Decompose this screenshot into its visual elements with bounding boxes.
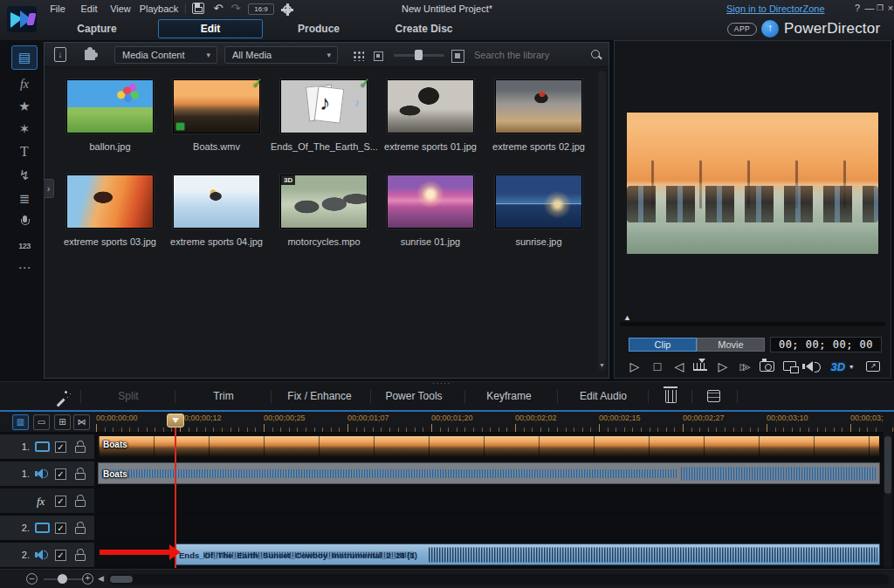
particle-room-icon[interactable]: ✶ (14, 119, 35, 140)
ruler-scale[interactable]: 00;00;00;00 00;00;00;12 00;00;00;25 00;0… (94, 412, 894, 433)
grid-view-icon[interactable] (348, 46, 368, 64)
track-enable-checkbox[interactable]: ✓ (55, 496, 66, 507)
thumbnail-size-slider[interactable] (394, 54, 444, 57)
timeline-horizontal-scrollbar[interactable] (108, 574, 889, 585)
audio-mixing-room-icon[interactable]: ≣ (14, 188, 35, 209)
media-room-icon[interactable]: ▤ (11, 45, 38, 70)
tab-movie-mode[interactable]: Movie (697, 338, 765, 352)
audio-track-1-lane[interactable]: Boats (96, 462, 882, 487)
thumbnail-sunrise-01[interactable] (387, 174, 474, 229)
menu-playback[interactable]: Playback (136, 0, 182, 17)
media-item[interactable]: sunrise 01.jpg (377, 174, 484, 247)
keyframe-button[interactable]: Keyframe (470, 382, 548, 411)
media-item[interactable]: extreme sports 04.jpg (163, 174, 270, 247)
thumbnail-sunrise[interactable] (495, 174, 582, 229)
scroll-left-icon[interactable]: ◀ (98, 574, 104, 583)
undo-icon[interactable]: ↶ (211, 3, 225, 15)
media-content-dropdown[interactable]: Media Content ▾ (114, 46, 217, 64)
stop-button[interactable]: □ (648, 357, 667, 376)
preview-popout-button[interactable]: ↗ (864, 357, 884, 376)
redo-icon[interactable]: ↷ (229, 3, 243, 15)
minimize-button[interactable]: — (864, 0, 875, 17)
signin-directorzone-link[interactable]: Sign in to DirectorZone (726, 0, 825, 17)
play-button[interactable]: ▷ (625, 357, 644, 376)
media-item[interactable]: extreme sports 03.jpg (57, 174, 163, 247)
fast-forward-button[interactable]: ▷▷ (733, 357, 753, 376)
scroll-down-icon[interactable]: ▼ (598, 360, 606, 371)
track-lock-icon[interactable] (75, 549, 86, 562)
all-media-dropdown[interactable]: All Media ▾ (224, 46, 338, 64)
playhead-handle[interactable] (167, 414, 184, 427)
menu-edit[interactable]: Edit (75, 0, 103, 17)
title-room-icon[interactable]: T (14, 141, 35, 162)
aspect-ratio-dropdown[interactable]: 16:9 (248, 3, 274, 15)
plugin-puzzle-icon[interactable] (81, 46, 100, 64)
preview-seek-bar[interactable] (620, 322, 885, 326)
timeline-vertical-scrollbar[interactable] (884, 414, 892, 568)
zoom-out-button[interactable]: – (26, 573, 38, 585)
track-lock-icon[interactable] (75, 495, 86, 508)
power-tools-button[interactable]: Power Tools (370, 382, 457, 411)
magic-wand-icon[interactable] (54, 390, 68, 404)
scrollbar-thumb[interactable] (884, 436, 891, 494)
snapshot-camera-icon[interactable] (758, 357, 777, 376)
media-item[interactable]: ♪ ♪ ✓ Ends_Of_The_Earth_S... (271, 79, 377, 152)
import-media-icon[interactable]: ↓ (52, 46, 71, 64)
zoom-in-button[interactable]: + (82, 573, 93, 585)
scrollbar-thumb[interactable] (110, 576, 133, 583)
track-lock-icon[interactable] (75, 441, 86, 454)
library-scrollbar[interactable]: ▼ (598, 71, 606, 371)
thumbnail-music-file[interactable]: ♪ ♪ ✓ (280, 79, 368, 133)
search-input[interactable] (474, 46, 605, 64)
trash-icon[interactable] (665, 390, 677, 403)
seek-marker-icon[interactable]: ▲ (623, 313, 631, 322)
zoom-slider-thumb[interactable] (58, 574, 67, 584)
menu-file[interactable]: File (44, 0, 72, 17)
track-enable-checkbox[interactable]: ✓ (55, 550, 66, 561)
track-lock-icon[interactable] (75, 522, 86, 535)
thumbnail-extreme-sports-04[interactable] (173, 174, 260, 229)
undock-window-icon[interactable] (781, 357, 800, 376)
track-enable-checkbox[interactable]: ✓ (55, 441, 66, 453)
storyboard-view-icon[interactable]: ▭ (33, 414, 50, 430)
transition-room-icon[interactable]: ↯ (14, 165, 35, 186)
clip-boats-video[interactable]: Boats (98, 435, 880, 457)
subtitle-room-icon[interactable]: ⋯ (14, 257, 35, 278)
thumbnail-motorcycles[interactable]: 3D (280, 174, 368, 229)
menu-view[interactable]: View (105, 0, 136, 17)
media-item[interactable]: ✓ Boats.wmv (163, 79, 270, 152)
voiceover-room-icon[interactable] (14, 211, 35, 232)
timeline-view-icon[interactable]: ▥ (12, 414, 29, 430)
track-lock-icon[interactable] (75, 468, 86, 481)
preview-video-frame[interactable] (627, 113, 878, 254)
thumbnail-extreme-sports-03[interactable] (66, 174, 154, 229)
audio-track-2-lane[interactable]: Ends_Of_The_Earth_Sunset_Cowboy_Instrume… (96, 543, 882, 568)
previous-frame-button[interactable]: ◁ (670, 357, 689, 376)
tab-produce[interactable]: Produce (271, 18, 367, 39)
video-track-2-lane[interactable] (96, 516, 882, 541)
thumbnail-extreme-sports-02[interactable] (495, 79, 582, 133)
upgrade-arrow-icon[interactable]: ↑ (761, 20, 779, 38)
thumbnail-extreme-sports-01[interactable] (387, 79, 474, 133)
app-badge[interactable]: APP (727, 23, 757, 36)
tab-create-disc[interactable]: Create Disc (374, 18, 474, 39)
video-track-1-lane[interactable]: Boats (96, 434, 882, 460)
thumbnail-small-icon[interactable] (369, 46, 389, 64)
help-button[interactable]: ? (852, 0, 863, 17)
media-item[interactable]: extreme sports 02.jpg (485, 79, 592, 152)
tab-clip-mode[interactable]: Clip (629, 338, 697, 352)
split-button[interactable]: Split (89, 382, 168, 411)
range-select-icon[interactable]: ⊞ (54, 414, 71, 430)
thumbnail-boats-video[interactable]: ✓ (173, 79, 260, 133)
3d-mode-button[interactable]: 3D ▼ (828, 357, 857, 376)
tab-capture[interactable]: Capture (48, 18, 146, 39)
thumbnail-balloon[interactable] (66, 79, 154, 133)
fix-enhance-button[interactable]: Fix / Enhance (276, 382, 363, 411)
collapse-rail-toggle[interactable]: › (44, 179, 54, 198)
chapter-room-icon[interactable]: 123 (14, 234, 35, 255)
media-item[interactable]: extreme sports 01.jpg (377, 79, 484, 152)
media-item[interactable]: ballon.jpg (57, 79, 163, 152)
edit-audio-button[interactable]: Edit Audio (564, 382, 643, 411)
maximize-button[interactable]: ❐ (875, 0, 885, 17)
media-item[interactable]: 3D motorcycles.mpo (271, 174, 377, 247)
